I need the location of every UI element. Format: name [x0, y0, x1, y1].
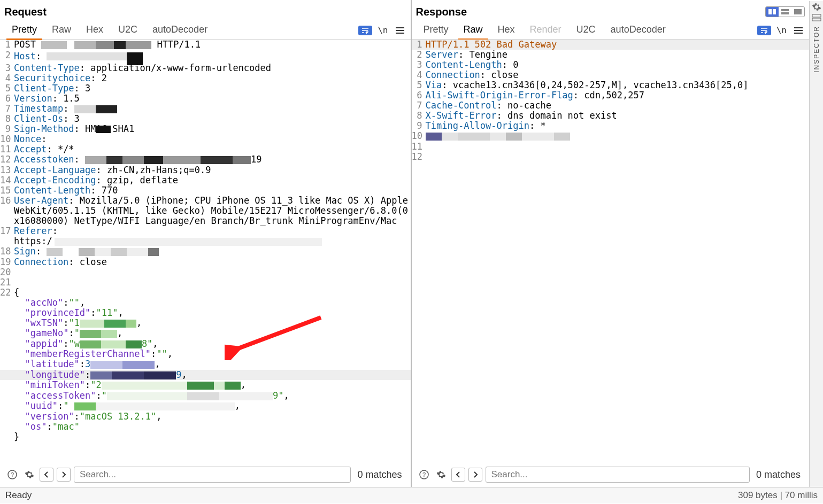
response-header: Response: [412, 0, 810, 21]
wrap-lines-icon-resp[interactable]: [757, 26, 771, 35]
svg-text:?: ?: [11, 471, 14, 478]
tab-hex[interactable]: Hex: [79, 21, 111, 40]
settings-gear-icon[interactable]: [812, 2, 821, 12]
header-client-type: Client-Type: [14, 83, 74, 94]
response-pane: Response Pretty Raw Hex Render U2C autoD…: [412, 0, 824, 487]
view-single-icon[interactable]: [791, 7, 804, 17]
header-connection: Connection: [14, 257, 68, 267]
help-icon-resp[interactable]: ?: [417, 468, 431, 482]
header-referer: Referer: [14, 226, 52, 236]
tab-pretty-resp[interactable]: Pretty: [416, 21, 456, 40]
view-split-icon[interactable]: [766, 7, 779, 17]
svg-rect-3: [768, 9, 772, 14]
resp-header-server: Server: [426, 49, 458, 60]
header-accept-language: Accept-Language: [14, 165, 96, 175]
inspector-label: INSPECTOR: [813, 26, 820, 73]
tab-u2c[interactable]: U2C: [111, 21, 145, 40]
view-stack-icon[interactable]: [779, 7, 791, 17]
help-icon[interactable]: ?: [5, 468, 19, 482]
header-client-os: Client-Os: [14, 113, 63, 124]
tab-autodecoder-resp[interactable]: autoDecoder: [603, 21, 673, 40]
header-timestamp: Timestamp: [14, 103, 63, 114]
header-nonce: Nonce: [14, 134, 41, 144]
prev-match-button-resp[interactable]: [451, 468, 465, 482]
svg-text:?: ?: [422, 471, 425, 478]
json-close-brace: }: [14, 432, 411, 442]
response-matches: 0 matches: [753, 469, 804, 480]
tab-hex-resp[interactable]: Hex: [490, 21, 522, 40]
request-editor[interactable]: 1POST HTTP/1.1 2Host: 3Content-Type: app…: [0, 40, 411, 462]
next-match-button[interactable]: [57, 468, 71, 482]
tab-raw[interactable]: Raw: [44, 21, 79, 40]
show-newline-icon-resp[interactable]: \n: [776, 25, 787, 35]
request-search-row: ? 0 matches: [0, 462, 411, 487]
header-securitychoice: Securitychoice: [14, 73, 90, 83]
status-left: Ready: [5, 490, 32, 501]
response-tabs: Pretty Raw Hex Render U2C autoDecoder \n: [412, 21, 810, 40]
response-search-input[interactable]: [486, 467, 750, 483]
request-header: Request: [0, 0, 411, 21]
request-matches: 0 matches: [354, 469, 405, 480]
show-newline-icon[interactable]: \n: [378, 25, 388, 35]
response-title: Response: [416, 6, 467, 18]
resp-header-via: Via: [426, 80, 442, 90]
svg-rect-11: [812, 18, 821, 21]
prev-match-button[interactable]: [40, 468, 53, 482]
header-sign: Sign: [14, 246, 36, 257]
header-accept-encoding: Accept-Encoding: [14, 175, 96, 185]
request-search-input[interactable]: [74, 467, 351, 483]
gear-icon[interactable]: [22, 468, 36, 482]
svg-rect-7: [794, 9, 802, 14]
svg-rect-6: [781, 12, 789, 14]
resp-header-cache-control: Cache-Control: [426, 100, 497, 111]
tab-pretty[interactable]: Pretty: [4, 21, 44, 40]
svg-rect-10: [812, 14, 821, 17]
http-method: POST: [14, 40, 41, 50]
tab-u2c-resp[interactable]: U2C: [569, 21, 603, 40]
status-bar: Ready 309 bytes | 70 millis: [0, 487, 823, 503]
menu-icon-resp[interactable]: [792, 25, 805, 36]
panel-toggle-icon[interactable]: [812, 14, 821, 21]
request-title: Request: [4, 6, 47, 18]
menu-icon[interactable]: [394, 25, 406, 36]
resp-header-ali-swift: Ali-Swift-Origin-Error-Flag: [426, 90, 573, 100]
resp-header-timing-allow-origin: Timing-Allow-Origin: [426, 120, 529, 131]
http-version: HTTP/1.1: [151, 40, 201, 50]
json-open-brace: {: [14, 288, 411, 298]
resp-header-content-length: Content-Length: [426, 59, 502, 70]
tab-raw-resp[interactable]: Raw: [456, 21, 490, 40]
header-sign-method: Sign-Method: [14, 123, 74, 134]
wrap-lines-icon[interactable]: [358, 26, 372, 35]
resp-header-connection: Connection: [426, 69, 480, 80]
view-mode-toggle[interactable]: [765, 6, 805, 17]
header-user-agent: User-Agent: [14, 195, 68, 206]
svg-rect-4: [773, 9, 776, 14]
header-host: Host: [14, 51, 36, 61]
request-tabs: Pretty Raw Hex U2C autoDecoder \n: [0, 21, 411, 40]
response-editor[interactable]: 1HTTP/1.1 502 Bad Gateway 2Server: Tengi…: [412, 40, 810, 462]
header-accesstoken: Accesstoken: [14, 154, 74, 165]
gear-icon-resp[interactable]: [434, 468, 448, 482]
svg-rect-5: [781, 9, 789, 11]
inspector-sidebar[interactable]: INSPECTOR: [809, 1, 823, 487]
tab-autodecoder[interactable]: autoDecoder: [145, 21, 215, 40]
next-match-button-resp[interactable]: [468, 468, 482, 482]
request-pane: Request Pretty Raw Hex U2C autoDecoder \…: [0, 0, 412, 487]
response-search-row: ? 0 matches: [412, 462, 810, 487]
header-accept: Accept: [14, 144, 47, 154]
http-status-line: HTTP/1.1 502 Bad Gateway: [426, 40, 810, 50]
header-version: Version: [14, 93, 52, 104]
header-content-length: Content-Length: [14, 185, 90, 196]
header-content-type: Content-Type: [14, 63, 80, 73]
tab-render-resp[interactable]: Render: [522, 21, 569, 40]
resp-header-x-swift-error: X-Swift-Error: [426, 110, 497, 121]
status-right: 309 bytes | 70 millis: [738, 490, 818, 501]
